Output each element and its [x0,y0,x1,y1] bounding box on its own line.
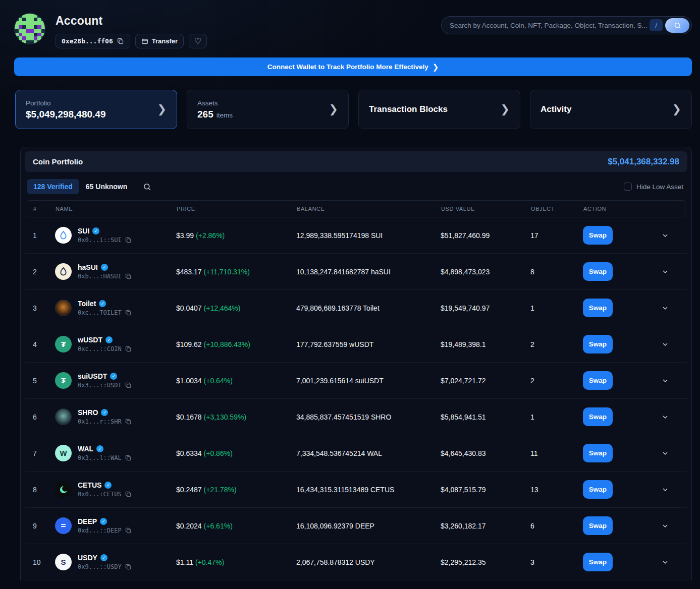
rank-cell: 9 [29,522,51,530]
chevron-right-icon: ❯ [329,103,338,116]
copy-icon[interactable] [125,345,132,352]
tab-unknown[interactable]: 65 Unknown [79,179,134,194]
favorite-button[interactable]: ♡ [189,34,207,48]
portfolio-tabs: 128 Verified 65 Unknown Hide Low Asset [27,179,683,194]
account-address-chip[interactable]: 0xe28b...ff06 [56,34,130,48]
verified-badge-icon: ✓ [101,264,108,271]
price-value: $0.2024 [176,522,202,530]
rank-cell: 10 [29,558,51,566]
swap-button[interactable]: Swap [583,226,613,245]
column-header-action: ACTION [579,206,650,212]
swap-button[interactable]: Swap [583,516,613,535]
verified-badge-icon: ✓ [92,227,99,234]
action-cell: Swap [579,407,650,426]
column-header-price: PRICE [173,206,293,212]
connect-wallet-banner[interactable]: Connect Wallet to Track Portfolio More E… [14,57,692,76]
copy-icon[interactable] [117,37,124,45]
price-change: (+11,710.31%) [204,268,250,276]
summary-card-portfolio[interactable]: Portfolio$5,049,298,480.49❯ [15,90,177,129]
action-cell: Swap [579,480,650,499]
table-row: 1SUI✓0x0...i::SUI$3.99(+2.86%)12,989,338… [25,217,687,254]
coin-icon: ₮ [55,372,72,389]
copy-icon[interactable] [125,309,132,316]
chevron-down-icon[interactable] [661,558,683,566]
copy-icon[interactable] [125,237,132,244]
object-count-cell: 13 [526,486,579,494]
copy-icon[interactable] [125,273,132,280]
swap-button[interactable]: Swap [583,335,613,354]
wallet-icon [141,38,148,45]
swap-button[interactable]: Swap [583,553,613,571]
search-input[interactable] [450,22,650,29]
swap-button[interactable]: Swap [583,444,613,462]
global-search[interactable]: / [441,16,692,34]
chevron-right-icon: ❯ [433,63,439,72]
coin-portfolio-panel: Coin Portfolio $5,041,368,332.98 128 Ver… [20,147,692,580]
table-search-icon[interactable] [143,183,151,191]
balance-cell: 34,885,837.457451519 SHRO [292,413,437,421]
coin-name: Toilet [78,300,96,308]
price-cell: $109.62(+10,886.43%) [172,340,292,348]
summary-card-transaction-blocks[interactable]: Transaction Blocks❯ [358,90,520,129]
swap-button[interactable]: Swap [583,480,613,499]
price-change: (+0.86%) [204,449,233,457]
price-change: (+2.86%) [196,231,225,240]
copy-icon[interactable] [125,563,132,570]
coin-portfolio-header: Coin Portfolio $5,041,368,332.98 [25,151,687,172]
transfer-label: Transfer [152,37,178,45]
card-value: $5,049,298,480.49 [26,109,106,120]
coin-name: wUSDT [78,336,102,344]
column-header-balance: BALANCE [293,206,437,212]
name-cell: WWAL✓0x3...l::WAL [51,445,172,461]
copy-icon[interactable] [125,491,132,498]
object-count-cell: 2 [526,340,579,348]
coin-address: 0x9...::USDY [78,563,122,570]
object-count-cell: 1 [526,304,579,312]
usd-value-cell: $4,645,430.83 [437,449,526,457]
coin-name: SHRO [78,408,98,417]
summary-card-assets[interactable]: Assets265items❯ [187,90,349,129]
hide-low-asset-label: Hide Low Asset [636,183,683,191]
chevron-down-icon[interactable] [661,231,683,240]
hide-low-asset-checkbox[interactable] [624,183,632,191]
chevron-down-icon[interactable] [661,340,683,348]
transfer-button[interactable]: Transfer [135,34,184,48]
chevron-down-icon[interactable] [661,486,683,494]
chevron-down-icon[interactable] [661,522,683,530]
swap-button[interactable]: Swap [583,371,613,390]
verified-badge-icon: ✓ [110,373,117,380]
price-cell: $483.17(+11,710.31%) [172,268,292,276]
page-title: Account [56,14,207,28]
balance-cell: 12,989,338.595174198 SUI [292,231,437,240]
usd-value-cell: $3,260,182.17 [437,522,526,530]
coin-name: DEEP [78,517,97,525]
copy-icon[interactable] [125,527,132,534]
chevron-down-icon[interactable] [661,449,683,457]
chevron-down-icon[interactable] [661,413,683,421]
swap-button[interactable]: Swap [583,407,613,426]
chevron-down-icon[interactable] [661,304,683,312]
rank-cell: 1 [29,231,51,240]
table-row: 9=DEEP✓0xd...::DEEP$0.2024(+6.61%)16,108… [25,508,687,544]
name-cell: haSUI✓0xb...:HASUI [51,263,172,280]
balance-cell: 16,434,315.311513489 CETUS [292,486,437,494]
chevron-down-icon[interactable] [661,268,683,276]
summary-card-activity[interactable]: Activity❯ [530,90,692,129]
object-count-cell: 3 [526,558,579,566]
column-header-object: OBJECT [527,206,579,212]
swap-button[interactable]: Swap [583,262,613,281]
coin-name: suiUSDT [78,372,107,380]
price-value: $109.62 [176,340,202,348]
balance-cell: 7,334,548.536745214 WAL [292,449,437,457]
column-header-rank: # [29,206,51,212]
rank-cell: 7 [29,449,51,457]
copy-icon[interactable] [125,382,132,389]
price-value: $483.17 [176,268,202,276]
account-address: 0xe28b...ff06 [62,37,113,45]
chevron-down-icon[interactable] [661,377,683,385]
copy-icon[interactable] [125,454,132,461]
copy-icon[interactable] [125,418,132,425]
tab-verified[interactable]: 128 Verified [27,179,79,194]
search-button[interactable] [665,18,689,33]
swap-button[interactable]: Swap [583,299,613,317]
